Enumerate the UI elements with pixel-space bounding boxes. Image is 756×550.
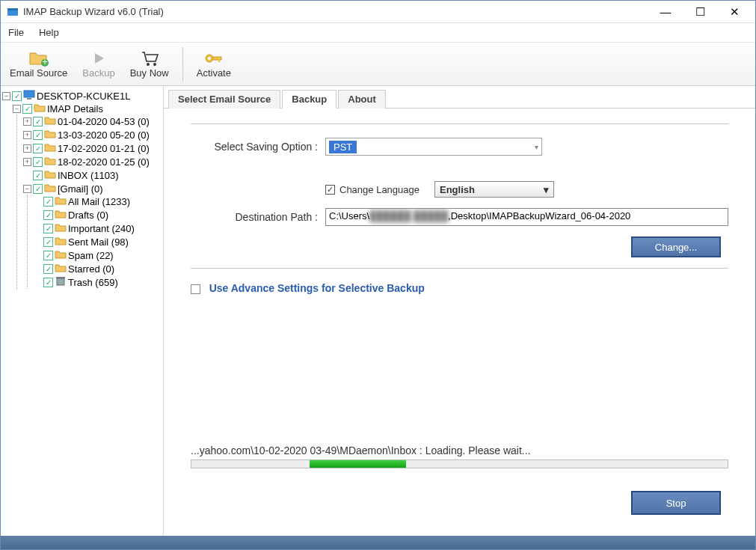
change-language-checkbox[interactable]: ✓	[325, 185, 335, 195]
menu-help[interactable]: Help	[39, 27, 59, 38]
tree-gmail-label[interactable]: [Gmail] (0)	[58, 183, 103, 195]
toolbar-separator	[182, 47, 183, 82]
backup-panel: Select Saving Option : PST ▾ ✓ Change La…	[164, 109, 755, 536]
expand-icon[interactable]: +	[23, 131, 31, 139]
tree-item-label[interactable]: Sent Mail (98)	[68, 236, 129, 248]
tab-about[interactable]: About	[338, 90, 386, 109]
toolbar-backup-label: Backup	[82, 67, 114, 79]
key-icon	[203, 49, 224, 67]
svg-rect-8	[212, 57, 221, 60]
tree-item-label[interactable]: 18-02-2020 01-25 (0)	[58, 156, 150, 168]
toolbar-buy-now-label: Buy Now	[130, 67, 169, 79]
tree-item-label[interactable]: 17-02-2020 01-21 (0)	[58, 143, 150, 154]
language-select[interactable]: English ▾	[434, 181, 554, 198]
language-value: English	[440, 184, 475, 195]
expand-icon[interactable]: +	[23, 158, 31, 166]
cart-icon	[139, 49, 160, 67]
tree-item-label[interactable]: 13-03-2020 05-20 (0)	[58, 129, 150, 141]
svg-rect-9	[218, 59, 220, 62]
close-button[interactable]: ✕	[724, 5, 745, 19]
tree-item-label[interactable]: Trash (659)	[68, 277, 118, 288]
minimize-button[interactable]: —	[655, 5, 676, 19]
checkbox-icon[interactable]: ✓	[33, 157, 43, 167]
toolbar-activate[interactable]: Activate	[192, 48, 236, 80]
maximize-button[interactable]: ☐	[689, 5, 710, 19]
tree-root-label[interactable]: DESKTOP-KCUKE1L	[37, 91, 130, 102]
checkbox-icon[interactable]: ✓	[43, 251, 53, 260]
app-icon	[7, 6, 19, 18]
svg-point-7	[208, 57, 211, 60]
change-button[interactable]: Change...	[631, 236, 721, 257]
tree-item-label[interactable]: Important (240)	[68, 223, 135, 234]
svg-text:+: +	[42, 56, 48, 67]
folder-plus-icon: +	[28, 49, 49, 67]
progress-bar	[191, 459, 728, 468]
tab-strip: Select Email Source Backup About	[164, 86, 755, 109]
chevron-down-icon: ▾	[535, 143, 538, 151]
toolbar-email-source[interactable]: + Email Source	[5, 48, 72, 80]
checkbox-icon[interactable]: ✓	[43, 197, 53, 207]
svg-rect-1	[7, 8, 18, 10]
checkbox-icon[interactable]: ✓	[43, 264, 53, 274]
checkbox-icon[interactable]: ✓	[33, 171, 43, 180]
statusbar	[1, 536, 755, 549]
window-controls: — ☐ ✕	[655, 5, 749, 19]
tab-select-email-source[interactable]: Select Email Source	[168, 90, 280, 109]
collapse-icon[interactable]: −	[2, 92, 10, 100]
tree-item-label[interactable]: Starred (0)	[68, 263, 114, 275]
tree-item-label[interactable]: 01-04-2020 04-53 (0)	[58, 116, 150, 127]
checkbox-icon[interactable]: ✓	[43, 278, 53, 287]
destination-path-value-post: ,Desktop\IMAPBackupWizard_06-04-2020	[448, 210, 630, 221]
advance-settings-checkbox[interactable]	[191, 284, 200, 294]
svg-rect-11	[27, 98, 31, 100]
divider	[191, 123, 728, 124]
saving-option-value: PST	[329, 141, 357, 153]
checkbox-icon[interactable]: ✓	[33, 144, 43, 153]
folder-icon	[55, 209, 67, 221]
content-area: Select Email Source Backup About Select …	[164, 86, 755, 536]
stop-button[interactable]: Stop	[631, 491, 721, 515]
toolbar-activate-label: Activate	[197, 67, 231, 79]
destination-path-label: Destination Path :	[191, 211, 325, 223]
destination-path-input[interactable]: C:\Users\██████ █████,Desktop\IMAPBackup…	[325, 208, 728, 226]
tree-item-label[interactable]: Spam (22)	[68, 250, 114, 261]
checkbox-icon[interactable]: ✓	[33, 184, 43, 194]
folder-icon	[55, 263, 67, 275]
svg-point-4	[147, 63, 150, 66]
destination-path-value-pre: C:\Users\	[329, 210, 369, 221]
tree-item-label[interactable]: All Mail (1233)	[68, 196, 130, 207]
tree-item-label[interactable]: INBOX (1103)	[58, 170, 119, 181]
folder-icon	[55, 195, 67, 207]
tree-item-label[interactable]: Drafts (0)	[68, 210, 108, 221]
checkbox-icon[interactable]: ✓	[22, 104, 32, 114]
expand-icon[interactable]: +	[23, 117, 31, 126]
checkbox-icon[interactable]: ✓	[43, 210, 53, 220]
svg-rect-10	[24, 91, 34, 97]
folder-icon	[55, 222, 67, 234]
checkbox-icon[interactable]: ✓	[33, 117, 43, 126]
checkbox-icon[interactable]: ✓	[12, 91, 22, 101]
menu-file[interactable]: File	[8, 27, 24, 38]
tree-imap-label[interactable]: IMAP Details	[47, 103, 103, 114]
saving-option-label: Select Saving Option :	[191, 141, 325, 153]
checkbox-icon[interactable]: ✓	[43, 224, 53, 233]
toolbar-backup[interactable]: Backup	[78, 48, 119, 80]
tab-backup[interactable]: Backup	[282, 90, 336, 109]
checkbox-icon[interactable]: ✓	[43, 237, 53, 247]
menubar: File Help	[1, 23, 755, 43]
folder-tree[interactable]: − ✓ DESKTOP-KCUKE1L − ✓ IMAP Details +✓0…	[1, 86, 164, 536]
collapse-icon[interactable]: −	[23, 185, 31, 193]
chevron-down-icon: ▾	[544, 184, 549, 195]
collapse-icon[interactable]: −	[13, 105, 21, 113]
advance-settings-label[interactable]: Use Advance Settings for Selective Backu…	[209, 282, 425, 294]
toolbar-buy-now[interactable]: Buy Now	[126, 48, 173, 80]
folder-icon	[55, 249, 67, 261]
trash-icon	[55, 276, 67, 288]
folder-open-icon	[34, 103, 46, 114]
checkbox-icon[interactable]: ✓	[33, 130, 43, 140]
progress-fill	[310, 460, 406, 468]
svg-rect-13	[56, 277, 65, 278]
folder-icon	[44, 156, 56, 168]
expand-icon[interactable]: +	[23, 144, 31, 153]
saving-option-combo[interactable]: PST ▾	[325, 138, 542, 156]
